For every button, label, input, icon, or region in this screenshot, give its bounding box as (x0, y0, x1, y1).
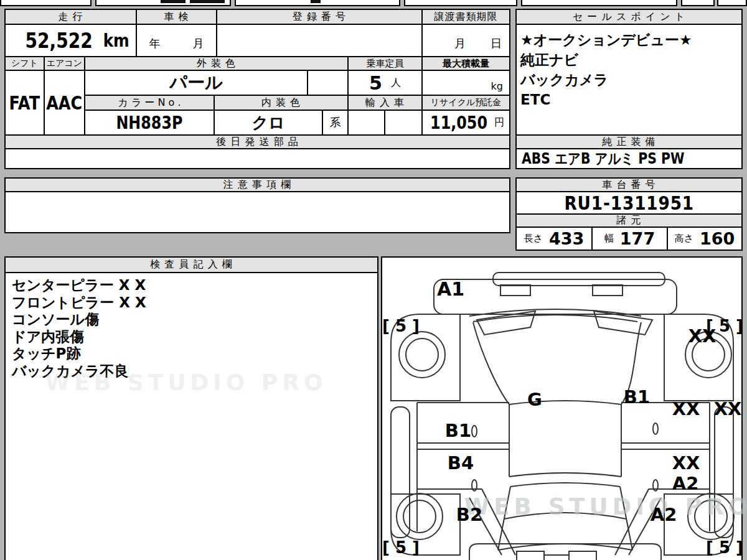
cropped-cell (521, 0, 677, 6)
max-load-cell: kg (421, 70, 510, 96)
spec-width-cell: 幅 177 (591, 226, 668, 251)
color-no-header: カ ラ ー N o . (84, 95, 215, 111)
interior-color-header: 内 装 色 (214, 95, 349, 111)
cropped-cell (681, 0, 715, 6)
list-item: フロントピラー X X (6, 294, 377, 312)
damage-code-label: XX (672, 398, 700, 419)
spec-height-label: 高さ (675, 233, 693, 245)
inspector-notes-header: 検 査 員 記 入 欄 (6, 258, 377, 273)
list-item: ETC (517, 90, 741, 110)
exterior-color-value: パール (169, 71, 222, 95)
damage-code-label: XX (714, 398, 742, 419)
list-item: ★オークションデビュー★ (517, 30, 741, 50)
list-item: タッチP跡 (6, 345, 377, 363)
deadline-month-label: 月 (454, 36, 466, 51)
genuine-equipment-value: ABS エアB アルミ PS PW (522, 149, 684, 169)
interior-color-suffix: 系 (330, 115, 341, 130)
damage-code-label: [ 5 ] (382, 538, 420, 557)
spec-height-value: 160 (700, 229, 735, 248)
shift-cell: FAT (4, 70, 45, 136)
max-load-unit: kg (491, 80, 503, 92)
damage-code-label: G (527, 389, 542, 410)
inspection-cell: 年 月 (136, 24, 217, 57)
notes-header: 注 意 事 項 欄 (4, 177, 510, 192)
damage-code-label: B2 (456, 504, 482, 525)
chassis-number: RU1-1311951 (564, 192, 694, 214)
cropped-cell (717, 0, 747, 6)
recycle-fee-cell: 11,050 円 (421, 110, 510, 136)
cropped-cell (0, 0, 92, 6)
interior-color-cell: クロ (214, 110, 323, 136)
spec-width-label: 幅 (604, 233, 614, 245)
recycle-fee-header: リサイクル預託金 (421, 95, 510, 111)
capacity-header: 乗車定員 (347, 56, 423, 71)
inspection-month-label: 月 (193, 36, 204, 51)
later-parts-cell (4, 148, 510, 169)
max-load-header: 最大積載量 (421, 56, 510, 71)
mileage-unit: km (103, 30, 129, 51)
car-diagram-box: WEB STUDIO PRO A1[ 5 ][ 5 ]XXGB1XXXXB1B4… (381, 256, 743, 560)
damage-code-label: B4 (448, 452, 474, 474)
sales-points-header: セ ー ル ス ポ イ ン ト (515, 9, 743, 25)
color-no-cell: NH883P (84, 110, 215, 136)
mileage-value: 52,522 (26, 29, 93, 53)
aircon-header: エアコン (44, 56, 85, 71)
mileage-cell: 52,522 km (4, 24, 137, 57)
auction-sheet: { "vehicle_table": { "mileage": {"label"… (0, 0, 747, 560)
list-item: 純正ナビ (517, 50, 741, 70)
list-item: センターピラー X X (6, 277, 377, 294)
genuine-equipment-cell: ABS エアB アルミ PS PW (515, 148, 743, 169)
chassis-cell: RU1-1311951 (515, 191, 743, 215)
genuine-equipment-header: 純 正 装 備 (515, 134, 743, 149)
chassis-header: 車 台 番 号 (515, 177, 743, 192)
spec-height-cell: 高さ 160 (667, 226, 743, 251)
watermark-text: WEB STUDIO PRO (45, 370, 327, 395)
aircon-value: AAC (46, 92, 82, 114)
registration-header: 登 録 番 号 (216, 9, 423, 25)
transfer-deadline-cell: 月 日 (421, 24, 510, 57)
inspector-notes-list: センターピラー X Xフロントピラー X Xコンソール傷ドア内張傷タッチP跡バッ… (6, 277, 377, 380)
inspector-notes-box: 検 査 員 記 入 欄 センターピラー X Xフロントピラー X Xコンソール傷… (4, 256, 378, 560)
damage-code-label: A1 (437, 278, 464, 300)
damage-code-label: B1 (624, 386, 650, 408)
mileage-header: 走 行 (4, 9, 137, 25)
shift-header: シフト (4, 56, 45, 71)
damage-code-label: XX (672, 452, 700, 474)
sales-points-list: ★オークションデビュー★純正ナビバックカメラETC (515, 24, 743, 136)
exterior-color-extra-cell (307, 70, 349, 96)
cropped-cell (404, 0, 517, 6)
damage-code-label: A2 (672, 473, 699, 494)
later-parts-header: 後 日 発 送 部 品 (4, 134, 510, 149)
transfer-deadline-header: 譲渡書類期限 (421, 9, 510, 25)
damage-code-label: XX (688, 325, 716, 347)
inspection-year-label: 年 (149, 36, 161, 51)
shift-value: FAT (9, 92, 40, 114)
interior-color-suffix-cell: 系 (322, 110, 349, 136)
inspection-header: 車 検 (136, 9, 217, 25)
damage-code-label: B1 (445, 420, 471, 441)
recycle-fee-unit: 円 (494, 116, 504, 129)
aircon-cell: AAC (44, 70, 85, 136)
exterior-color-header: 外 装 色 (84, 56, 349, 71)
cropped-cell (235, 0, 400, 6)
spec-length-value: 433 (549, 229, 584, 248)
color-no-value: NH883P (116, 113, 183, 133)
deadline-day-label: 日 (491, 36, 502, 51)
notes-cell (4, 191, 510, 233)
list-item: ドア内張傷 (6, 329, 377, 346)
capacity-unit: 人 (391, 77, 401, 90)
registration-cell (216, 24, 423, 57)
list-item: バックカメラ (517, 70, 741, 90)
interior-color-value: クロ (251, 112, 284, 134)
capacity-cell: 5 人 (347, 70, 423, 96)
cropped-text-remnant (311, 0, 321, 3)
damage-labels-layer: A1[ 5 ][ 5 ]XXGB1XXXXB1B4XXA2B2A2[ 5 ][ … (382, 258, 741, 560)
cropped-text-remnant (161, 0, 186, 3)
damage-code-label: [ 5 ] (706, 538, 743, 557)
import-car-cell-1 (347, 110, 385, 136)
spec-width-value: 177 (620, 229, 655, 248)
exterior-color-cell: パール (84, 70, 308, 96)
spec-length-label: 長さ (524, 233, 543, 245)
recycle-fee-value: 11,050 (430, 113, 487, 133)
cropped-text-remnant (190, 0, 225, 3)
